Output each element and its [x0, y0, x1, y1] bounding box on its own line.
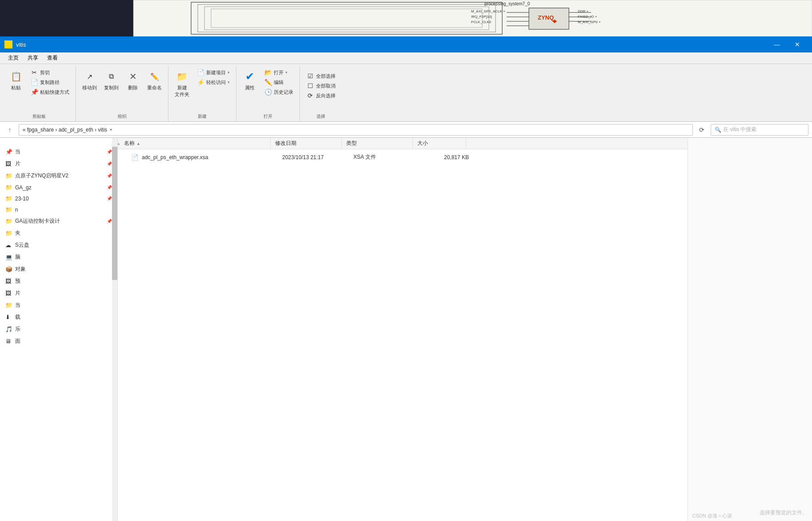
menu-share[interactable]: 共享 [23, 52, 43, 64]
search-box[interactable]: 🔍 在 vitis 中搜索 [711, 124, 808, 136]
preview-empty-text: 选择要预览的文件。 [760, 509, 808, 517]
easy-access-button[interactable]: ⚡ 轻松访问 ▾ [194, 77, 232, 87]
easy-access-icon: ⚡ [196, 79, 204, 86]
path-dropdown[interactable]: ▾ [110, 127, 112, 132]
sidebar-item-music[interactable]: 🎵 乐 [0, 323, 117, 335]
sidebar-item-label: 夹 [15, 229, 20, 237]
window-title: vitis [16, 41, 26, 48]
sidebar-item-n[interactable]: 📁 n [0, 204, 117, 215]
class-folder-icon: 📁 [5, 230, 12, 236]
new-item-icon: 📄 [196, 69, 204, 76]
col-header-type[interactable]: 类型 [342, 138, 413, 149]
col-header-date[interactable]: 修改日期 [271, 138, 342, 149]
sidebar-item-label: 点原子ZYNQ启明星V2 [15, 172, 68, 180]
sidebar-item-label: n [15, 207, 18, 213]
sidebar-scrollbar[interactable] [112, 138, 117, 521]
path-text: « fpga_share › adc_pl_ps_eth › vitis [23, 127, 107, 133]
file-type-cell: XSA 文件 [349, 153, 420, 161]
move-to-button[interactable]: ↗ 移动到 [80, 68, 100, 93]
ribbon: 📋 粘贴 ✂ 剪切 📄 复制路径 📌 粘贴快捷方式 剪贴板 [0, 64, 812, 122]
minimize-button[interactable]: — [767, 36, 787, 52]
sidebar-item-ga[interactable]: 📁 GA_gz 📌 [0, 182, 117, 193]
sidebar-item-date[interactable]: 📁 23-10 📌 [0, 193, 117, 204]
invert-select-button[interactable]: ⟳ 反向选择 [304, 91, 338, 100]
recent-icon: 📌 [5, 148, 12, 155]
delete-button[interactable]: ✕ 删除 [123, 68, 143, 93]
address-path[interactable]: « fpga_share › adc_pl_ps_eth › vitis ▾ [19, 124, 693, 136]
sidebar-item-motion[interactable]: 📁 GA运动控制卡设计 📌 [0, 215, 117, 227]
sidebar-item-download[interactable]: ⬇ 载 [0, 311, 117, 323]
copy-icon: ⧉ [104, 69, 119, 84]
select-label: 选择 [316, 112, 325, 120]
sidebar-item-label: 当 [15, 148, 20, 156]
pin-icon-6: 📌 [107, 219, 112, 224]
edit-button[interactable]: ✏️ 编辑 [261, 77, 296, 87]
back-nav-button[interactable]: ↑ [4, 124, 16, 136]
sidebar-item-obj[interactable]: 📦 对象 [0, 263, 117, 275]
select-all-button[interactable]: ☑ 全部选择 [304, 71, 338, 81]
paste-button[interactable]: 📋 粘贴 [6, 68, 26, 93]
new-folder-button[interactable]: 📁 新建 文件夹 [172, 68, 192, 100]
new-item-button[interactable]: 📄 新建项目 ▾ [194, 68, 232, 77]
sidebar-item-cur[interactable]: 📁 当 [0, 299, 117, 311]
copy-path-icon: 📄 [30, 79, 38, 86]
rename-icon: ✏️ [148, 69, 162, 84]
cut-button[interactable]: ✂ 剪切 [28, 68, 72, 77]
file-area: ▲ 名称 ▲ 修改日期 类型 大小 📄 adc_pl_ps_eth_w [118, 138, 688, 521]
refresh-button[interactable]: ⟳ [696, 124, 708, 136]
ribbon-group-select: ☑ 全部选择 ☐ 全部取消 ⟳ 反向选择 选择 [300, 66, 342, 121]
sidebar-item-cloud[interactable]: ☁ S云盘 [0, 239, 117, 251]
ribbon-group-open: ✔ 属性 📂 打开 ▾ ✏️ 编辑 🕒 历史记录 打开 [236, 66, 300, 121]
ribbon-group-organize: ↗ 移动到 ⧉ 复制到 ✕ 删除 ✏️ 重命名 组织 [76, 66, 168, 121]
svg-text:IRQ_F2P[10]: IRQ_F2P[10] [471, 15, 492, 19]
sidebar-scroll: ▲ 📌 当 📌 🖼 片 📌 📁 点原子ZYNQ启明星V2 📌 📁 GA_gz � [0, 138, 117, 521]
copy-path-button[interactable]: 📄 复制路径 [28, 77, 72, 87]
sidebar-item-class[interactable]: 📁 夹 [0, 227, 117, 239]
close-button[interactable]: ✕ [787, 36, 808, 52]
obj-icon: 📦 [5, 266, 12, 273]
sidebar-item-preview[interactable]: 🖼 预 [0, 275, 117, 287]
history-button[interactable]: 🕒 历史记录 [261, 87, 296, 97]
sidebar-item-zynq[interactable]: 📁 点原子ZYNQ启明星V2 📌 [0, 170, 117, 182]
menu-home[interactable]: 主页 [4, 52, 23, 64]
file-column-header: ▲ 名称 ▲ 修改日期 类型 大小 [118, 138, 688, 149]
paste-shortcut-icon: 📌 [30, 88, 38, 96]
sidebar-item-recent[interactable]: 📌 当 📌 [0, 146, 117, 158]
table-row[interactable]: 📄 adc_pl_ps_eth_wrapper.xsa 2023/10/13 2… [118, 150, 688, 164]
svg-text:FCLK_CLK0: FCLK_CLK0 [471, 20, 491, 24]
sidebar-item-surface[interactable]: 🖥 面 [0, 335, 117, 347]
menu-view[interactable]: 查看 [43, 52, 62, 64]
organize-label: 组织 [118, 112, 127, 120]
download-icon: ⬇ [5, 314, 12, 321]
cut-icon: ✂ [30, 69, 38, 76]
select-all-icon: ☑ [306, 72, 314, 80]
paste-shortcut-button[interactable]: 📌 粘贴快捷方式 [28, 87, 72, 97]
sidebar-scrollbar-thumb[interactable] [112, 147, 117, 280]
sidebar-item-pics[interactable]: 🖼 片 [0, 287, 117, 299]
pin-icon-2: 📌 [107, 173, 112, 178]
sidebar-item-pc[interactable]: 💻 脑 [0, 251, 117, 263]
open-button[interactable]: 📂 打开 ▾ [261, 68, 296, 77]
rename-button[interactable]: ✏️ 重命名 [144, 68, 164, 93]
svg-text:M_AXI_GP0 +: M_AXI_GP0 + [578, 20, 601, 24]
sidebar-item-desktop[interactable]: 🖼 片 📌 [0, 158, 117, 170]
copy-to-button[interactable]: ⧉ 复制到 [101, 68, 121, 93]
col-header-size[interactable]: 大小 [413, 138, 466, 149]
main-area: ▲ 📌 当 📌 🖼 片 📌 📁 点原子ZYNQ启明星V2 📌 📁 GA_gz � [0, 138, 812, 521]
open-label: 打开 [264, 112, 272, 120]
select-none-button[interactable]: ☐ 全部取消 [304, 81, 338, 91]
menu-bar: 主页 共享 查看 [0, 52, 812, 64]
clipboard-label: 剪贴板 [32, 112, 46, 120]
file-name-cell: 📄 adc_pl_ps_eth_wrapper.xsa [127, 154, 278, 161]
file-size-cell: 20,817 KB [420, 154, 473, 160]
surface-icon: 🖥 [5, 338, 12, 345]
watermark: CSDN @逃ㅅ心源 [692, 513, 732, 519]
sidebar-item-label: 当 [15, 301, 20, 309]
properties-button[interactable]: ✔ 属性 [240, 68, 260, 93]
svg-text:FIXED_IO +: FIXED_IO + [578, 15, 597, 19]
window-controls: — ✕ [767, 36, 808, 52]
col-header-name[interactable]: 名称 ▲ [120, 138, 271, 149]
move-icon: ↗ [83, 69, 97, 84]
ga-folder-icon: 📁 [5, 184, 12, 191]
sidebar-item-label: GA运动控制卡设计 [15, 217, 60, 225]
